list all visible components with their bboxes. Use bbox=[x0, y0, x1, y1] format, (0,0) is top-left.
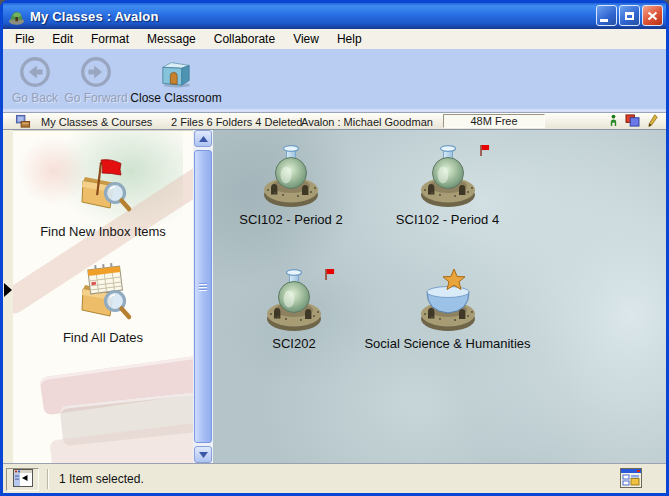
app-icon bbox=[8, 8, 25, 25]
menu-item-help[interactable]: Help bbox=[328, 30, 371, 48]
background-art bbox=[49, 413, 193, 463]
sidebar-item-find-new-inbox-items[interactable]: Find New Inbox Items bbox=[13, 153, 193, 239]
classroom-item-2[interactable]: SCI102 - Period 4 bbox=[375, 143, 520, 227]
classroom-label: SCI102 - Period 2 bbox=[239, 212, 342, 227]
item-counts: 2 Files 6 Folders 4 Deleted bbox=[171, 116, 302, 128]
sidebar-item-label: Find New Inbox Items bbox=[40, 224, 166, 239]
expand-arrow-icon bbox=[4, 283, 12, 297]
free-space-indicator: 48M Free bbox=[443, 114, 545, 128]
selection-status: 1 Item selected. bbox=[59, 472, 144, 486]
menu-item-collaborate[interactable]: Collaborate bbox=[205, 30, 284, 48]
background-art bbox=[59, 384, 193, 446]
classroom-grid: SCI102 - Period 2 SCI102 - Period 4 SCI2… bbox=[213, 130, 666, 463]
classroom-label: Social Science & Humanities bbox=[364, 336, 530, 351]
menu-item-file[interactable]: File bbox=[6, 30, 43, 48]
scrollbar-grip bbox=[199, 283, 207, 291]
go-back-button[interactable]: Go Back bbox=[7, 53, 63, 105]
server-user-label: Avalon : Michael Goodman bbox=[301, 116, 433, 128]
menu-item-view[interactable]: View bbox=[284, 30, 328, 48]
menu-item-message[interactable]: Message bbox=[138, 30, 205, 48]
info-bar: My Classes & Courses 2 Files 6 Folders 4… bbox=[3, 112, 666, 130]
window-body: My Classes : Avalon FileEditFormatMessag… bbox=[3, 3, 666, 493]
pencil-icon[interactable] bbox=[647, 114, 658, 129]
classroom-item-1[interactable]: SCI102 - Period 2 bbox=[223, 143, 359, 227]
minimize-button[interactable] bbox=[596, 5, 617, 26]
person-icon[interactable] bbox=[609, 114, 618, 129]
classroom-label: SCI102 - Period 4 bbox=[396, 212, 499, 227]
classroom-item-4[interactable]: Social Science & Humanities bbox=[345, 267, 550, 351]
classroom-icon bbox=[417, 143, 479, 209]
desk-icon bbox=[15, 114, 31, 129]
scroll-up-button[interactable] bbox=[194, 130, 212, 147]
layers-icon[interactable] bbox=[625, 114, 640, 129]
app-window: My Classes : Avalon FileEditFormatMessag… bbox=[0, 0, 669, 496]
classroom-icon bbox=[263, 267, 325, 333]
menu-item-edit[interactable]: Edit bbox=[43, 30, 82, 48]
sidebar-item-label: Find All Dates bbox=[63, 330, 143, 345]
sidebar-scrollbar bbox=[193, 130, 213, 463]
back-arrow-icon bbox=[18, 53, 52, 91]
panel-toggle-cell[interactable] bbox=[6, 468, 39, 491]
scroll-down-button[interactable] bbox=[194, 446, 212, 463]
sidebar-item-find-all-dates[interactable]: Find All Dates bbox=[13, 259, 193, 345]
location-label: My Classes & Courses bbox=[41, 116, 152, 128]
sidebar-panel: Find New Inbox Items bbox=[13, 130, 193, 463]
status-bar: 1 Item selected. bbox=[3, 463, 666, 493]
close-classroom-button[interactable]: Close Classroom bbox=[125, 53, 227, 105]
scrollbar-thumb[interactable] bbox=[194, 150, 212, 443]
window-title: My Classes : Avalon bbox=[30, 9, 159, 24]
statusbar-divider bbox=[47, 469, 48, 489]
find-dates-icon bbox=[69, 259, 137, 327]
classroom-icon bbox=[417, 267, 479, 333]
new-content-flag-icon bbox=[479, 143, 490, 161]
window-controls bbox=[596, 5, 663, 26]
maximize-button[interactable] bbox=[619, 5, 640, 26]
content-area: Find New Inbox Items bbox=[3, 130, 666, 463]
forward-arrow-icon bbox=[79, 53, 113, 91]
menu-item-format[interactable]: Format bbox=[82, 30, 138, 48]
view-layout-button[interactable] bbox=[618, 468, 644, 491]
toolbar: Go Back Go Forward Close Cl bbox=[3, 49, 666, 109]
classroom-box-icon bbox=[158, 53, 194, 91]
menu-bar: FileEditFormatMessageCollaborateViewHelp bbox=[3, 29, 666, 49]
background-art bbox=[39, 349, 193, 416]
close-classroom-label: Close Classroom bbox=[130, 91, 221, 105]
go-forward-label: Go Forward bbox=[64, 91, 127, 105]
new-content-flag-icon bbox=[324, 267, 335, 285]
title-bar: My Classes : Avalon bbox=[3, 3, 666, 29]
find-inbox-icon bbox=[69, 153, 137, 221]
go-back-label: Go Back bbox=[12, 91, 58, 105]
classroom-icon bbox=[260, 143, 322, 209]
hide-panel-icon bbox=[13, 469, 33, 491]
close-button[interactable] bbox=[642, 5, 663, 26]
panel-collapse-handle[interactable] bbox=[3, 130, 13, 463]
go-forward-button[interactable]: Go Forward bbox=[61, 53, 131, 105]
infobar-icons bbox=[609, 114, 658, 129]
layout-view-icon bbox=[620, 468, 642, 492]
classroom-item-3[interactable]: SCI202 bbox=[239, 267, 349, 351]
classroom-label: SCI202 bbox=[272, 336, 315, 351]
